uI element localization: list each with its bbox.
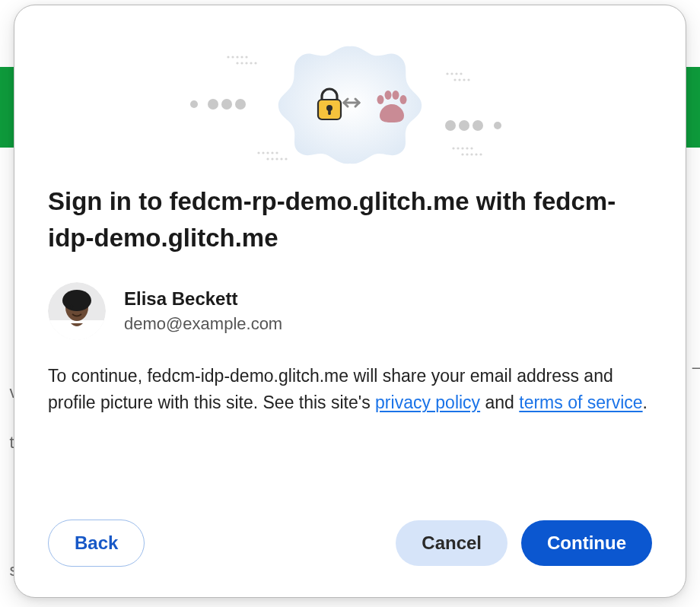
- svg-point-1: [208, 99, 218, 110]
- dialog-title: Sign in to fedcm-rp-demo.glitch.me with …: [48, 183, 652, 256]
- svg-point-34: [466, 153, 468, 155]
- svg-point-13: [254, 62, 256, 64]
- svg-point-19: [266, 157, 269, 160]
- disclosure-text: To continue, fedcm-idp-demo.glitch.me wi…: [48, 363, 652, 417]
- back-button[interactable]: Back: [48, 520, 145, 567]
- hero-illustration: [48, 27, 652, 179]
- right-buttons: Cancel Continue: [396, 520, 652, 566]
- disclosure-middle: and: [480, 392, 519, 412]
- svg-point-60: [81, 304, 84, 308]
- svg-point-5: [231, 56, 234, 58]
- svg-point-58: [62, 290, 91, 311]
- continue-button[interactable]: Continue: [521, 520, 652, 566]
- svg-point-35: [470, 153, 473, 155]
- svg-point-10: [240, 62, 243, 64]
- svg-point-40: [455, 72, 457, 75]
- svg-point-3: [235, 99, 246, 110]
- svg-point-21: [275, 157, 278, 160]
- svg-point-36: [475, 153, 477, 155]
- svg-point-15: [262, 151, 264, 154]
- account-name: Elisa Beckett: [124, 288, 282, 310]
- svg-point-38: [446, 72, 448, 75]
- account-row: Elisa Beckett demo@example.com: [48, 282, 652, 340]
- svg-point-37: [479, 153, 482, 155]
- sign-in-dialog: Sign in to fedcm-rp-demo.glitch.me with …: [14, 5, 686, 598]
- svg-point-31: [466, 147, 468, 149]
- svg-point-12: [250, 62, 252, 64]
- svg-point-9: [236, 62, 238, 64]
- account-info: Elisa Beckett demo@example.com: [124, 288, 282, 334]
- svg-point-59: [70, 304, 73, 308]
- svg-point-0: [190, 100, 198, 108]
- svg-rect-48: [328, 110, 331, 115]
- svg-point-32: [470, 147, 473, 149]
- svg-point-53: [400, 95, 407, 104]
- svg-point-25: [459, 120, 469, 131]
- svg-point-2: [221, 99, 232, 110]
- cancel-button[interactable]: Cancel: [396, 520, 508, 566]
- svg-point-26: [473, 120, 483, 131]
- svg-point-30: [461, 147, 463, 149]
- svg-point-42: [453, 78, 456, 81]
- account-email: demo@example.com: [124, 314, 282, 334]
- svg-point-52: [393, 91, 399, 100]
- svg-point-8: [245, 56, 247, 58]
- privacy-policy-link[interactable]: privacy policy: [375, 392, 480, 412]
- svg-point-41: [460, 72, 462, 75]
- button-row: Back Cancel Continue: [48, 497, 652, 567]
- svg-point-50: [377, 95, 384, 104]
- svg-point-39: [450, 72, 453, 75]
- svg-point-4: [227, 56, 229, 58]
- hero-svg: [152, 27, 548, 179]
- svg-point-33: [461, 153, 463, 155]
- svg-point-43: [458, 78, 460, 81]
- svg-point-24: [445, 120, 456, 131]
- svg-point-11: [245, 62, 247, 64]
- svg-point-16: [266, 151, 269, 154]
- svg-point-23: [285, 157, 287, 160]
- terms-of-service-link[interactable]: terms of service: [519, 392, 642, 412]
- svg-point-29: [457, 147, 459, 149]
- svg-point-17: [271, 151, 273, 154]
- disclosure-post: .: [643, 392, 648, 412]
- background-text-right: –: [692, 354, 700, 380]
- svg-point-18: [275, 151, 278, 154]
- svg-point-6: [236, 56, 238, 58]
- svg-point-45: [467, 78, 469, 81]
- svg-point-51: [385, 91, 392, 100]
- avatar: [48, 282, 106, 340]
- svg-point-22: [280, 157, 282, 160]
- svg-point-14: [257, 151, 259, 154]
- svg-point-7: [240, 56, 243, 58]
- svg-point-20: [271, 157, 273, 160]
- svg-point-27: [494, 122, 501, 129]
- svg-point-28: [452, 147, 454, 149]
- svg-point-44: [463, 78, 465, 81]
